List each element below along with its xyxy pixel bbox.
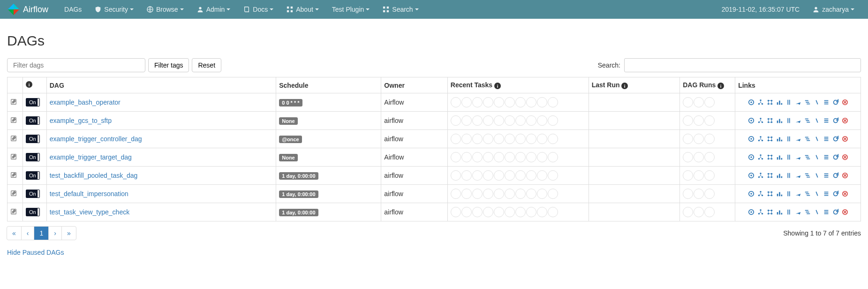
duration-icon[interactable] [776,136,783,142]
tries-icon[interactable] [785,99,792,106]
refresh-icon[interactable] [832,117,839,124]
landing-icon[interactable] [795,172,801,179]
nav-item-dags[interactable]: DAGs [58,1,88,18]
tree-icon[interactable] [757,154,764,160]
schedule-badge[interactable]: 1 day, 0:00:00 [279,172,318,180]
th-dag[interactable]: DAG [46,77,276,93]
code-icon[interactable] [814,209,820,215]
page-first[interactable]: « [7,226,22,240]
code-icon[interactable] [814,117,820,124]
trigger-icon[interactable] [748,117,755,124]
dag-link[interactable]: example_trigger_target_dag [50,153,132,161]
edit-icon[interactable] [10,135,17,142]
tree-icon[interactable] [757,99,764,106]
tree-icon[interactable] [757,172,764,179]
dag-toggle[interactable]: On [26,208,40,216]
code-icon[interactable] [814,99,820,106]
trigger-icon[interactable] [748,209,755,215]
logs-icon[interactable] [823,154,830,160]
delete-icon[interactable] [842,99,848,106]
refresh-icon[interactable] [832,172,839,179]
tries-icon[interactable] [785,190,792,197]
dag-link[interactable]: test_backfill_pooled_task_dag [50,172,138,179]
nav-item-browse[interactable]: Browse [140,1,190,18]
graph-icon[interactable] [767,172,773,179]
duration-icon[interactable] [776,172,783,179]
edit-icon[interactable] [10,153,17,160]
logs-icon[interactable] [823,190,830,197]
user-menu[interactable]: zacharya [806,1,861,18]
tries-icon[interactable] [785,136,792,142]
dag-toggle[interactable]: On [26,135,40,143]
logs-icon[interactable] [823,117,830,124]
delete-icon[interactable] [842,172,848,179]
code-icon[interactable] [814,136,820,142]
tree-icon[interactable] [757,136,764,142]
landing-icon[interactable] [795,117,801,124]
landing-icon[interactable] [795,99,801,106]
graph-icon[interactable] [767,117,773,124]
tries-icon[interactable] [785,117,792,124]
page-last[interactable]: » [61,226,76,240]
dag-link[interactable]: example_gcs_to_sftp [50,117,112,124]
dag-link[interactable]: test_default_impersonation [50,190,128,198]
trigger-icon[interactable] [748,99,755,106]
logs-icon[interactable] [823,172,830,179]
logs-icon[interactable] [823,136,830,142]
tries-icon[interactable] [785,172,792,179]
tries-icon[interactable] [785,209,792,215]
landing-icon[interactable] [795,136,801,142]
hide-paused-link[interactable]: Hide Paused DAGs [7,249,64,256]
duration-icon[interactable] [776,99,783,106]
page-next[interactable]: › [48,226,62,240]
dag-link[interactable]: example_trigger_controller_dag [50,135,142,143]
schedule-badge[interactable]: None [279,154,298,161]
dag-toggle[interactable]: On [26,153,40,161]
filter-dags-input[interactable] [7,58,145,72]
landing-icon[interactable] [795,190,801,197]
code-icon[interactable] [814,154,820,160]
refresh-icon[interactable] [832,209,839,215]
graph-icon[interactable] [767,209,773,215]
filter-tags-button[interactable]: Filter tags [148,58,189,72]
graph-icon[interactable] [767,136,773,142]
trigger-icon[interactable] [748,154,755,160]
nav-item-search[interactable]: Search [376,1,425,18]
schedule-badge[interactable]: 1 day, 0:00:00 [279,209,318,216]
gantt-icon[interactable] [804,209,811,215]
dag-link[interactable]: test_task_view_type_check [50,208,129,216]
refresh-icon[interactable] [832,154,839,160]
search-input[interactable] [624,58,861,72]
delete-icon[interactable] [842,117,848,124]
schedule-badge[interactable]: 0 0 * * * [279,99,302,106]
delete-icon[interactable] [842,209,848,215]
edit-icon[interactable] [10,117,17,123]
trigger-icon[interactable] [748,136,755,142]
nav-item-about[interactable]: About [280,1,325,18]
trigger-icon[interactable] [748,172,755,179]
tree-icon[interactable] [757,190,764,197]
schedule-badge[interactable]: 1 day, 0:00:00 [279,190,318,198]
trigger-icon[interactable] [748,190,755,197]
code-icon[interactable] [814,172,820,179]
code-icon[interactable] [814,190,820,197]
refresh-icon[interactable] [832,136,839,142]
logs-icon[interactable] [823,99,830,106]
dag-toggle[interactable]: On [26,190,40,198]
duration-icon[interactable] [776,190,783,197]
gantt-icon[interactable] [804,99,811,106]
th-schedule[interactable]: Schedule [276,77,381,93]
landing-icon[interactable] [795,154,801,160]
gantt-icon[interactable] [804,190,811,197]
edit-icon[interactable] [10,208,17,215]
edit-icon[interactable] [10,172,17,178]
graph-icon[interactable] [767,154,773,160]
gantt-icon[interactable] [804,172,811,179]
nav-item-test-plugin[interactable]: Test Plugin [325,1,376,18]
tree-icon[interactable] [757,117,764,124]
schedule-badge[interactable]: @once [279,136,302,143]
nav-item-admin[interactable]: Admin [190,1,237,18]
refresh-icon[interactable] [832,99,839,106]
nav-item-docs[interactable]: Docs [237,1,280,18]
dag-toggle[interactable]: On [26,98,40,106]
